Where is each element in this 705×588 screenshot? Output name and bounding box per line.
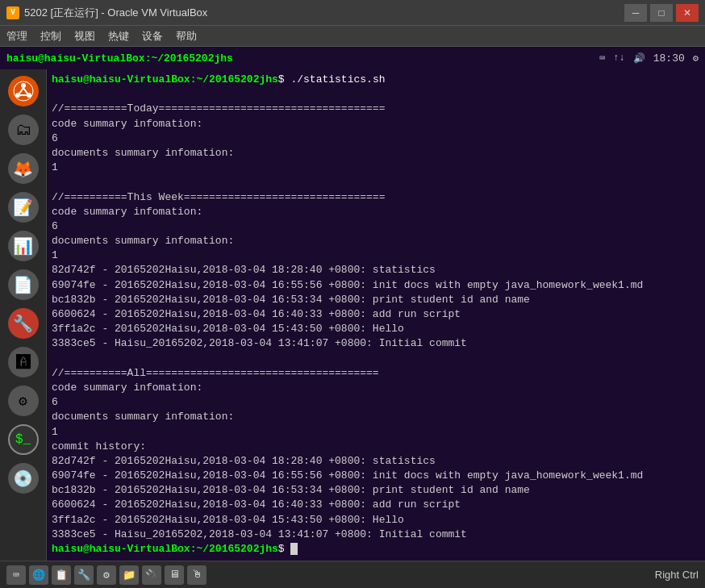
ubuntu-icon: [8, 76, 39, 106]
taskbar-icon-2[interactable]: 🌐: [29, 565, 48, 585]
files-icon: 🗂: [8, 115, 39, 145]
right-ctrl-label: Right Ctrl: [655, 569, 699, 581]
sidebar-item-amazon[interactable]: 🅰: [5, 344, 42, 381]
taskbar-icon-7[interactable]: 🔌: [142, 565, 161, 585]
sidebar-item-ubuntu[interactable]: [5, 73, 42, 110]
menu-bar: 管理 控制 视图 热键 设备 帮助: [0, 26, 705, 47]
sidebar-item-calc[interactable]: 📊: [5, 227, 42, 265]
taskbar-icon-9[interactable]: 🖱: [187, 565, 206, 585]
writer-icon: 📝: [8, 192, 39, 223]
menu-help[interactable]: 帮助: [176, 29, 197, 44]
terminal-header: haisu@haisu-VirtualBox:~/20165202jhs ⌨ ↑…: [0, 47, 705, 69]
sidebar-item-text[interactable]: 📄: [5, 266, 42, 303]
settings-icon[interactable]: ⚙: [693, 52, 699, 65]
sidebar-item-files[interactable]: 🗂: [5, 111, 42, 148]
menu-manage[interactable]: 管理: [6, 29, 27, 44]
volume-icon: 🔊: [633, 52, 645, 65]
menu-devices[interactable]: 设备: [142, 29, 163, 44]
sidebar: 🗂 🦊 📝 📊 📄 🔧: [0, 69, 47, 561]
clock: 18:30: [653, 52, 685, 65]
close-button[interactable]: ✕: [676, 4, 699, 22]
sidebar-item-terminal[interactable]: ⚙: [5, 382, 42, 419]
firefox-icon: 🦊: [8, 153, 39, 184]
svg-point-1: [21, 83, 26, 88]
window-controls: ─ □ ✕: [624, 4, 699, 22]
taskbar-icon-8[interactable]: 🖥: [165, 565, 184, 585]
sidebar-item-firefox[interactable]: 🦊: [5, 150, 42, 187]
terminal-output[interactable]: haisu@haisu-VirtualBox:~/20165202jhs$ ./…: [47, 69, 705, 561]
taskbar-icon-6[interactable]: 📁: [119, 565, 139, 585]
window-title: 5202 [正在运行] - Oracle VM VirtualBox: [24, 6, 624, 20]
main-area: 🗂 🦊 📝 📊 📄 🔧: [0, 69, 705, 561]
menu-control[interactable]: 控制: [40, 29, 61, 44]
sidebar-item-archive[interactable]: 🔧: [5, 305, 42, 342]
taskbar-icon-1[interactable]: ⌨: [6, 565, 26, 585]
taskbar-icon-5[interactable]: ⚙: [97, 565, 116, 585]
menu-hotkey[interactable]: 热键: [108, 29, 129, 44]
network-icon: ↑↓: [613, 52, 624, 64]
terminal2-icon: $_: [8, 424, 39, 455]
app-icon: V: [6, 6, 19, 19]
minimize-button[interactable]: ─: [624, 4, 647, 22]
sidebar-item-writer[interactable]: 📝: [5, 189, 42, 226]
taskbar-left: ⌨ 🌐 📋 🔧 ⚙ 📁 🔌 🖥 🖱: [6, 565, 206, 585]
disk-icon: 💿: [8, 463, 39, 494]
terminal-icon: ⚙: [8, 386, 39, 416]
sidebar-item-disk[interactable]: 💿: [5, 460, 42, 497]
amazon-icon: 🅰: [8, 347, 39, 377]
status-icons: ⌨ ↑↓ 🔊 18:30 ⚙: [599, 52, 699, 65]
menu-view[interactable]: 视图: [74, 29, 95, 44]
taskbar-icon-4[interactable]: 🔧: [74, 565, 94, 585]
sidebar-item-terminal2[interactable]: $_: [5, 421, 42, 458]
maximize-button[interactable]: □: [650, 4, 673, 22]
terminal-prompt-header: haisu@haisu-VirtualBox:~/20165202jhs: [6, 52, 233, 65]
taskbar-icon-3[interactable]: 📋: [52, 565, 71, 585]
text-icon: 📄: [8, 269, 39, 300]
calc-icon: 📊: [8, 231, 39, 261]
taskbar: ⌨ 🌐 📋 🔧 ⚙ 📁 🔌 🖥 🖱 Right Ctrl: [0, 561, 705, 588]
archive-icon: 🔧: [8, 308, 39, 339]
title-bar: V 5202 [正在运行] - Oracle VM VirtualBox ─ □…: [0, 0, 705, 26]
keyboard-icon: ⌨: [599, 52, 605, 65]
